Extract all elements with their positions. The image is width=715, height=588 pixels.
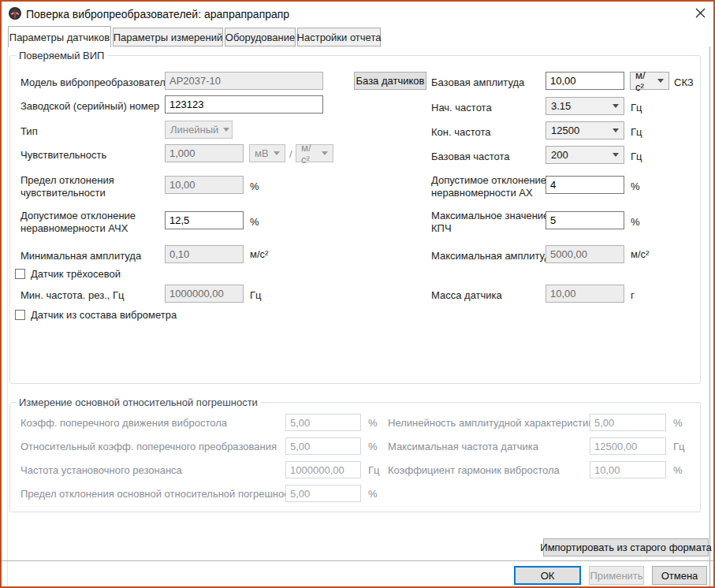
mount-resonance-label: Частота установочного резонанса — [20, 464, 182, 477]
import-old-format-label: Импортировать из старого формата — [540, 541, 711, 553]
model-input — [165, 72, 323, 90]
base-error-limit-input — [285, 485, 361, 502]
afc-dev-label: Допустимое отклонение неравномерности АЧ… — [20, 210, 162, 235]
transverse-ratio-label: Относительный коэфф. поперечного преобра… — [20, 441, 277, 453]
max-amp-label: Максимальная амплитуда — [431, 250, 556, 262]
tab-sensor-params-label: Параметры датчиков — [9, 32, 110, 43]
base-amp-label: Базовая амплитуда — [431, 76, 524, 89]
footer-divider — [2, 560, 713, 561]
afc-dev-input[interactable] — [165, 211, 244, 229]
nonlinearity-unit: % — [673, 417, 683, 430]
sensitivity-unit-den-value: м/с² — [301, 142, 317, 166]
sensor-db-button[interactable]: База датчиков — [354, 72, 426, 90]
transverse-motion-label: Коэфф. поперечного движения вибростола — [20, 417, 227, 430]
min-res-freq-label: Мин. частота. рез., Гц — [20, 289, 124, 302]
type-label: Тип — [20, 125, 38, 138]
vibrometer-checkbox[interactable] — [15, 310, 25, 320]
chevron-down-icon — [613, 104, 619, 108]
type-dropdown-value: Линейный — [170, 124, 218, 136]
sensitivity-input — [165, 144, 244, 162]
base-amp-input[interactable] — [546, 72, 624, 90]
transverse-motion-unit: % — [368, 417, 378, 430]
min-res-freq-unit: Гц — [250, 289, 262, 302]
serial-input[interactable] — [165, 95, 323, 114]
tab-measure-params-label: Параметры измерений — [114, 32, 222, 43]
sens-limit-unit: % — [250, 180, 259, 193]
chevron-down-icon — [613, 153, 619, 157]
tab-measure-params[interactable]: Параметры измерений — [113, 28, 223, 47]
start-freq-label: Нач. частота — [431, 102, 492, 114]
ax-dev-label: Допустимое отклонение неравномерности АХ — [431, 174, 557, 199]
end-freq-label: Кон. частота — [431, 126, 491, 139]
tab-report-settings[interactable]: Настройки отчета — [297, 28, 381, 47]
chevron-down-icon — [657, 79, 664, 83]
close-button[interactable] — [689, 5, 711, 24]
tab-sensor-params[interactable]: Параметры датчиков — [8, 26, 111, 47]
sensitivity-slash: / — [289, 148, 292, 161]
chevron-down-icon — [223, 128, 229, 132]
page-right-edge — [709, 47, 710, 588]
min-amp-input — [165, 245, 244, 263]
ax-dev-input[interactable] — [546, 176, 624, 194]
mount-resonance-input — [285, 461, 361, 478]
transverse-motion-input — [285, 414, 361, 431]
min-amp-unit: м/с² — [250, 248, 268, 261]
max-amp-unit: м/с² — [631, 248, 649, 261]
chevron-down-icon — [613, 128, 619, 132]
harmonics-unit: % — [673, 464, 683, 477]
max-amp-input — [546, 245, 624, 263]
min-amp-label: Минимальная амплитуда — [20, 250, 141, 262]
cancel-button[interactable]: Отмена — [652, 566, 707, 585]
base-freq-label: Базовая частота — [431, 151, 510, 163]
base-freq-value: 200 — [551, 149, 568, 161]
apply-button: Применить — [589, 566, 644, 585]
min-res-freq-input — [165, 285, 244, 303]
nonlinearity-input — [590, 414, 666, 431]
sensitivity-label: Чувствительность — [20, 149, 106, 162]
afc-dev-unit: % — [250, 216, 259, 229]
max-sensor-freq-input — [590, 437, 666, 455]
base-amp-unit-value: м/с² — [635, 69, 653, 93]
nonlinearity-label: Нелинейность амплитудной характеристики — [388, 417, 598, 430]
sensitivity-unit-den-dropdown: м/с² — [296, 144, 333, 162]
sensor-mass-input — [546, 285, 624, 303]
ok-button-label: ОК — [541, 570, 555, 582]
import-old-format-button[interactable]: Импортировать из старого формата — [543, 538, 709, 556]
window-title: Поверка вибропреобразователей: арапрапра… — [26, 8, 289, 20]
group-verified-vip-title: Поверяемый ВИП — [16, 50, 107, 61]
start-freq-dropdown[interactable]: 3.15 — [546, 97, 624, 115]
model-label: Модель вибропреобразователя — [20, 76, 171, 89]
base-amp-extra-label: СКЗ — [674, 76, 694, 89]
tab-equipment[interactable]: Оборудование — [225, 28, 296, 47]
max-sensor-freq-label: Максимальная частота датчика — [388, 441, 538, 453]
end-freq-dropdown[interactable]: 12500 — [546, 121, 624, 140]
cancel-button-label: Отмена — [661, 570, 698, 582]
harmonics-label: Коэффициент гармоник вибростола — [388, 464, 560, 477]
sensor-mass-label: Масса датчика — [431, 289, 502, 302]
transverse-ratio-input — [285, 437, 361, 455]
sens-limit-input — [165, 176, 244, 194]
sensor-db-button-label: База датчиков — [356, 75, 425, 87]
tab-report-settings-label: Настройки отчета — [297, 32, 382, 43]
end-freq-unit: Гц — [631, 126, 642, 139]
triaxial-checkbox[interactable] — [15, 269, 25, 279]
dialog-window: Поверка вибропреобразователей: арапрапра… — [0, 0, 715, 588]
base-freq-dropdown[interactable]: 200 — [546, 146, 624, 164]
kpch-max-input[interactable] — [546, 211, 624, 229]
end-freq-value: 12500 — [551, 125, 579, 136]
vibrometer-checkbox-label: Датчик из состава виброметра — [31, 309, 177, 322]
start-freq-unit: Гц — [631, 102, 642, 114]
chevron-down-icon — [274, 151, 280, 155]
base-freq-unit: Гц — [631, 151, 642, 163]
page-left-edge — [7, 47, 8, 586]
kpch-max-label: Максимальное значение КПЧ — [431, 210, 557, 235]
transverse-ratio-unit: % — [368, 441, 378, 453]
base-error-limit-label: Предел отклонения основной относительной… — [20, 488, 300, 501]
sensor-mass-unit: г — [631, 289, 635, 302]
type-dropdown: Линейный — [165, 121, 233, 139]
tab-equipment-label: Оборудование — [225, 32, 295, 43]
base-amp-unit-dropdown[interactable]: м/с² — [630, 72, 669, 90]
serial-label: Заводской (серийный) номер — [20, 100, 159, 113]
ok-button[interactable]: ОК — [514, 566, 581, 585]
ax-dev-unit: % — [631, 180, 640, 193]
